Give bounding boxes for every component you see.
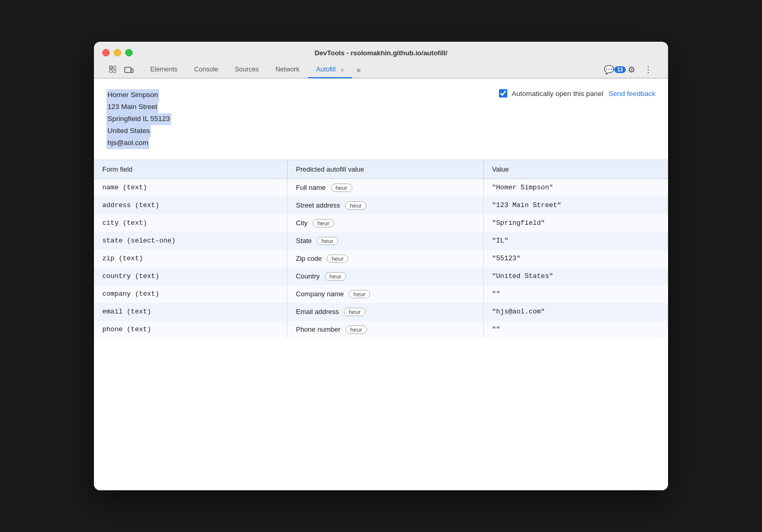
table-header-row: Form field Predicted autofill value Valu… bbox=[94, 160, 668, 179]
auto-open-option[interactable]: Automatically open this panel bbox=[499, 89, 603, 98]
close-button[interactable] bbox=[102, 49, 110, 56]
predicted-cell: State heur bbox=[287, 232, 483, 250]
tab-autofill[interactable]: Autofill × bbox=[308, 62, 352, 78]
address-block: Homer Simpson 123 Main Street Springfiel… bbox=[106, 89, 171, 149]
auto-open-label: Automatically open this panel bbox=[511, 90, 603, 98]
tabbar: Elements Console Sources Network Autofil… bbox=[102, 62, 660, 78]
svg-rect-4 bbox=[125, 67, 131, 72]
cursor-icon[interactable] bbox=[106, 63, 120, 77]
table-row: state (select-one)State heur"IL" bbox=[94, 232, 668, 250]
predicted-label: State bbox=[296, 237, 314, 245]
main-content: Homer Simpson 123 Main Street Springfiel… bbox=[94, 78, 668, 490]
heur-badge: heur bbox=[327, 255, 348, 263]
heur-badge: heur bbox=[317, 237, 338, 245]
window-title: DevTools - rsolomakhin.github.io/autofil… bbox=[315, 49, 448, 57]
heur-badge: heur bbox=[345, 201, 366, 210]
send-feedback-link[interactable]: Send feedback bbox=[609, 90, 656, 98]
address-line-3: Springfield IL 55123 bbox=[106, 113, 171, 125]
heur-badge: heur bbox=[349, 290, 370, 298]
address-line-5: hjs@aol.com bbox=[106, 137, 149, 149]
auto-open-checkbox[interactable] bbox=[499, 89, 507, 98]
predicted-label: Phone number bbox=[296, 325, 342, 333]
value-cell: "55123" bbox=[483, 250, 668, 268]
table-row: phone (text)Phone number heur"" bbox=[94, 321, 668, 338]
value-cell: "Homer Simpson" bbox=[483, 178, 668, 197]
svg-rect-3 bbox=[113, 70, 116, 72]
svg-rect-0 bbox=[110, 66, 112, 69]
predicted-label: Country bbox=[296, 272, 322, 280]
options-block: Automatically open this panel Send feedb… bbox=[499, 89, 656, 98]
heur-badge: heur bbox=[325, 272, 346, 281]
settings-icon: ⚙ bbox=[628, 65, 635, 75]
tab-actions: 💬 13 ⚙ ⋮ bbox=[608, 63, 656, 77]
predicted-cell: Zip code heur bbox=[287, 250, 483, 268]
field-cell: name (text) bbox=[94, 178, 287, 197]
table-row: company (text)Company name heur"" bbox=[94, 285, 668, 303]
predicted-cell: City heur bbox=[287, 214, 483, 232]
predicted-label: Street address bbox=[296, 201, 342, 209]
predicted-label: Zip code bbox=[296, 255, 324, 262]
table-row: country (text)Country heur"United States… bbox=[94, 268, 668, 285]
tab-console[interactable]: Console bbox=[186, 62, 227, 78]
address-line-2: 123 Main Street bbox=[106, 101, 158, 113]
heur-badge: heur bbox=[344, 308, 365, 316]
address-line-1: Homer Simpson bbox=[106, 89, 159, 101]
messages-button[interactable]: 💬 13 bbox=[608, 63, 622, 77]
svg-rect-2 bbox=[110, 70, 112, 72]
table-row: email (text)Email address heur"hjs@aol.c… bbox=[94, 303, 668, 321]
tab-sources[interactable]: Sources bbox=[227, 62, 267, 78]
heur-badge: heur bbox=[346, 325, 367, 334]
tab-elements[interactable]: Elements bbox=[142, 62, 186, 78]
col-header-predicted: Predicted autofill value bbox=[287, 160, 483, 179]
address-line-4: United States bbox=[106, 125, 151, 137]
field-cell: country (text) bbox=[94, 268, 287, 285]
predicted-cell: Street address heur bbox=[287, 197, 483, 214]
devtools-icons bbox=[106, 63, 136, 77]
svg-rect-5 bbox=[131, 69, 133, 72]
more-options-button[interactable]: ⋮ bbox=[641, 63, 656, 77]
table-row: city (text)City heur"Springfield" bbox=[94, 214, 668, 232]
field-cell: phone (text) bbox=[94, 321, 287, 338]
minimize-button[interactable] bbox=[114, 49, 121, 56]
col-header-value: Value bbox=[483, 160, 668, 179]
info-section: Homer Simpson 123 Main Street Springfiel… bbox=[94, 79, 668, 160]
field-cell: email (text) bbox=[94, 303, 287, 321]
tab-more-button[interactable]: » bbox=[352, 63, 365, 77]
predicted-label: City bbox=[296, 219, 309, 227]
devtools-window: DevTools - rsolomakhin.github.io/autofil… bbox=[94, 42, 668, 490]
predicted-cell: Full name heur bbox=[287, 178, 483, 197]
responsive-icon[interactable] bbox=[122, 63, 136, 77]
predicted-label: Company name bbox=[296, 290, 346, 298]
value-cell: "IL" bbox=[483, 232, 668, 250]
value-cell: "United States" bbox=[483, 268, 668, 285]
settings-button[interactable]: ⚙ bbox=[624, 63, 639, 77]
table-row: name (text)Full name heur"Homer Simpson" bbox=[94, 178, 668, 197]
predicted-cell: Company name heur bbox=[287, 285, 483, 303]
predicted-label: Email address bbox=[296, 308, 341, 316]
message-icon: 💬 bbox=[604, 65, 614, 75]
data-table: Form field Predicted autofill value Valu… bbox=[94, 160, 668, 338]
value-cell: "" bbox=[483, 321, 668, 338]
col-header-form-field: Form field bbox=[94, 160, 287, 179]
predicted-label: Full name bbox=[296, 184, 328, 191]
heur-badge: heur bbox=[313, 219, 334, 227]
tab-network[interactable]: Network bbox=[267, 62, 308, 78]
maximize-button[interactable] bbox=[125, 49, 133, 56]
more-icon: ⋮ bbox=[644, 65, 652, 75]
svg-rect-1 bbox=[113, 66, 116, 69]
value-cell: "123 Main Street" bbox=[483, 197, 668, 214]
predicted-cell: Phone number heur bbox=[287, 321, 483, 338]
value-cell: "" bbox=[483, 285, 668, 303]
autofill-table: Form field Predicted autofill value Valu… bbox=[94, 160, 668, 490]
tab-close-icon[interactable]: × bbox=[341, 67, 344, 73]
predicted-cell: Country heur bbox=[287, 268, 483, 285]
value-cell: "Springfield" bbox=[483, 214, 668, 232]
value-cell: "hjs@aol.com" bbox=[483, 303, 668, 321]
titlebar: DevTools - rsolomakhin.github.io/autofil… bbox=[94, 42, 668, 78]
field-cell: address (text) bbox=[94, 197, 287, 214]
traffic-lights bbox=[102, 49, 133, 56]
field-cell: state (select-one) bbox=[94, 232, 287, 250]
table-row: address (text)Street address heur"123 Ma… bbox=[94, 197, 668, 214]
field-cell: zip (text) bbox=[94, 250, 287, 268]
field-cell: company (text) bbox=[94, 285, 287, 303]
